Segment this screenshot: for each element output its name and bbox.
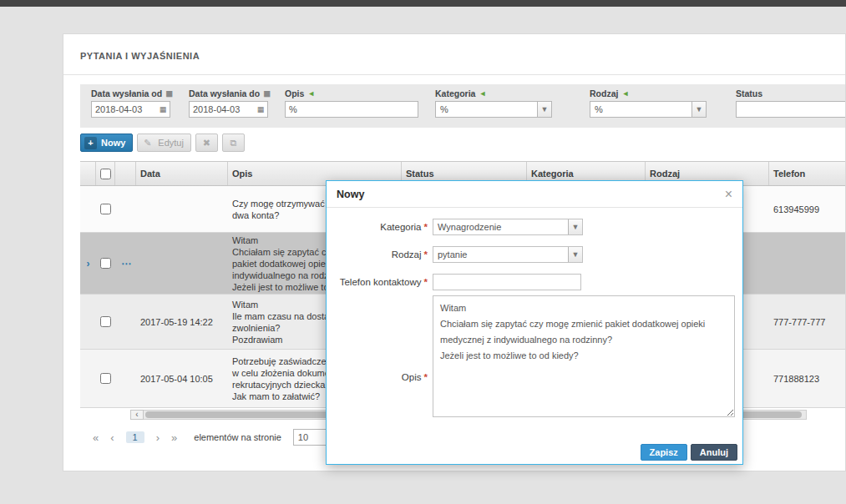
edit-button-label: Edytuj [158, 138, 184, 148]
required-marker: * [424, 277, 428, 287]
rodzaj-label: Rodzaj* [327, 246, 428, 263]
title-divider [63, 74, 845, 75]
select-all-checkbox[interactable] [100, 169, 111, 179]
cell-date: 2017-05-19 14:22 [136, 295, 228, 349]
kategoria-label: Kategoria* [327, 219, 428, 235]
cell-telefon: 771888123 [769, 350, 846, 407]
edit-button[interactable]: ✎ Edytuj [137, 134, 191, 152]
cell-date [136, 233, 228, 294]
column-header-data[interactable]: Data [136, 162, 228, 185]
row-more-icon[interactable]: ⋯ [121, 258, 130, 270]
required-marker: * [424, 249, 428, 260]
telefon-input[interactable] [433, 275, 580, 290]
row-checkbox[interactable] [100, 373, 111, 384]
top-bar [0, 0, 846, 7]
selected-value: % [436, 102, 537, 117]
per-page-value: 10 [294, 430, 326, 445]
cell-telefon: 777-777-777 [769, 295, 846, 349]
next-page-button[interactable]: › [156, 431, 160, 444]
telefon-field [433, 274, 581, 290]
toolbar: + Nowy ✎ Edytuj ✖ ⧉ [80, 133, 245, 153]
kategoria-filter-select[interactable]: % ▼ [435, 101, 552, 118]
kategoria-select[interactable]: Wynagrodzenie ▼ [433, 219, 583, 235]
first-page-button[interactable]: « [93, 431, 99, 444]
selected-value: pytanie [433, 247, 568, 262]
pencil-icon: ✎ [141, 137, 154, 149]
required-marker: * [424, 372, 428, 382]
cell-date [136, 186, 228, 232]
filter-status-label: Status [736, 88, 762, 98]
row-checkbox[interactable] [100, 204, 111, 214]
opis-textarea[interactable]: Witam Chciałam się zapytać czy mogę zmie… [433, 295, 735, 417]
current-page[interactable]: 1 [126, 431, 144, 443]
copy-icon: ⧉ [227, 137, 240, 149]
expand-row-icon[interactable]: › [87, 258, 90, 270]
new-question-dialog: Nowy × Kategoria* Wynagrodzenie ▼ Rodzaj… [326, 180, 743, 465]
scroll-left-button[interactable]: ‹ [130, 410, 144, 420]
date-to-input[interactable] [190, 102, 254, 117]
page-root: PYTANIA I WYJAŚNIENIA Data wysłania od▦ … [0, 0, 846, 504]
status-filter-input[interactable] [737, 102, 846, 117]
opis-filter-input[interactable] [286, 102, 418, 117]
cell-telefon [769, 233, 846, 294]
chevron-down-icon[interactable]: ▼ [568, 247, 582, 262]
per-page-label: elementów na stronie [194, 432, 281, 442]
save-button[interactable]: Zapisz [641, 444, 687, 461]
chevron-down-icon[interactable]: ▼ [691, 102, 706, 117]
date-to-field: ▦ [189, 101, 268, 118]
calendar-clock-icon: ▦ [263, 89, 271, 98]
expander-column-header [80, 162, 96, 185]
filter-date-from-label: Data wysłania od [91, 88, 162, 98]
dialog-footer: Zapisz Anuluj [641, 444, 737, 461]
telefon-label: Telefon kontaktowy* [327, 274, 428, 290]
plus-icon: + [84, 137, 97, 149]
prev-page-button[interactable]: ‹ [110, 431, 114, 444]
checkbox-column-header [96, 162, 115, 185]
cancel-button[interactable]: Anuluj [691, 444, 737, 461]
cell-telefon: 613945999 [769, 186, 846, 232]
dialog-header: Nowy × [327, 181, 742, 208]
new-button[interactable]: + Nowy [80, 134, 133, 152]
date-from-field: ▦ [91, 101, 170, 118]
filter-opis-label: Opis [285, 88, 304, 98]
selected-value: % [590, 102, 691, 117]
filter-date-to-label: Data wysłania do [189, 88, 260, 98]
last-page-button[interactable]: » [171, 431, 177, 444]
rodzaj-select[interactable]: pytanie ▼ [433, 246, 583, 263]
close-icon[interactable]: × [725, 188, 732, 201]
filter-rodzaj-label: Rodzaj [590, 88, 618, 98]
calendar-clock-icon: ▦ [165, 89, 173, 98]
dialog-title: Nowy [337, 189, 725, 200]
cell-date: 2017-05-04 10:05 [136, 350, 228, 407]
page-title: PYTANIA I WYJAŚNIENIA [80, 51, 200, 61]
date-from-input[interactable] [92, 102, 156, 117]
match-mode-icon[interactable]: ◄ [307, 89, 315, 98]
delete-icon: ✖ [200, 137, 213, 149]
delete-button[interactable]: ✖ [195, 134, 218, 152]
paginator: « ‹ 1 › » elementów na stronie 10 [93, 428, 327, 446]
rodzaj-filter-select[interactable]: % ▼ [590, 101, 707, 118]
selected-value: Wynagrodzenie [433, 219, 568, 234]
opis-label: Opis* [327, 369, 428, 386]
calendar-icon[interactable]: ▦ [254, 102, 267, 117]
chevron-down-icon[interactable]: ▼ [537, 102, 551, 117]
chevron-down-icon[interactable]: ▼ [568, 219, 582, 234]
status-filter-field [736, 101, 846, 118]
match-mode-icon[interactable]: ◄ [621, 89, 629, 98]
filter-kategoria-label: Kategoria [435, 88, 475, 98]
row-checkbox[interactable] [100, 316, 111, 327]
new-button-label: Nowy [101, 138, 125, 148]
filter-bar: Data wysłania od▦ ▦ Data wysłania do▦ ▦ … [80, 84, 845, 128]
column-header-telefon[interactable]: Telefon [769, 162, 846, 185]
calendar-icon[interactable]: ▦ [156, 102, 170, 117]
export-button[interactable]: ⧉ [222, 134, 245, 152]
opis-filter-field [285, 101, 418, 118]
actions-column-header [115, 162, 136, 185]
required-marker: * [424, 222, 428, 232]
per-page-select[interactable]: 10 [293, 429, 327, 446]
match-mode-icon[interactable]: ◄ [479, 89, 486, 98]
row-checkbox[interactable] [100, 258, 111, 269]
